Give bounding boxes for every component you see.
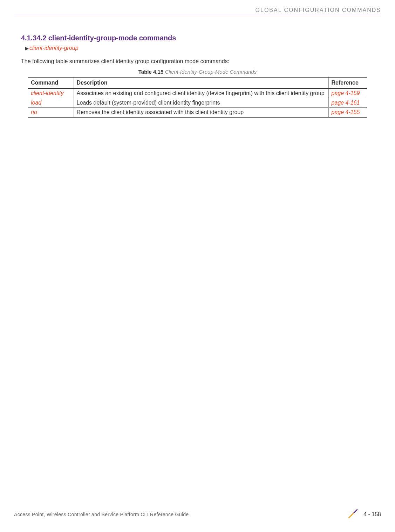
table-caption: Table 4.15 Client-Identity-Group-Mode Co… [21, 69, 374, 75]
command-description: Removes the client identity associated w… [74, 108, 328, 118]
content-area: 4.1.34.2 client-identity-group-mode comm… [0, 16, 395, 118]
command-link[interactable]: load [28, 98, 74, 108]
breadcrumb-link[interactable]: client-identity-group [29, 45, 79, 51]
reference-link[interactable]: page 4-159 [328, 88, 367, 98]
section-heading: 4.1.34.2 client-identity-group-mode comm… [21, 34, 374, 42]
command-description: Associates an existing and configured cl… [74, 88, 328, 98]
breadcrumb[interactable]: ▶client-identity-group [25, 45, 374, 51]
intro-paragraph: The following table summarizes client id… [21, 58, 374, 65]
commands-table: Command Description Reference client-ide… [28, 77, 367, 118]
col-header-command: Command [28, 77, 74, 88]
arrow-right-icon: ▶ [25, 46, 29, 51]
header-rule [14, 15, 381, 15]
page-number: 4 - 158 [363, 511, 381, 518]
svg-line-1 [349, 513, 354, 518]
table-caption-label: Table 4.15 [138, 69, 163, 75]
table-row: no Removes the client identity associate… [28, 108, 367, 118]
table-row: client-identity Associates an existing a… [28, 88, 367, 98]
col-header-description: Description [74, 77, 328, 88]
running-header: GLOBAL CONFIGURATION COMMANDS [0, 0, 395, 15]
command-description: Loads default (system-provided) client i… [74, 98, 328, 108]
table-header-row: Command Description Reference [28, 77, 367, 88]
reference-link[interactable]: page 4-155 [328, 108, 367, 118]
command-link[interactable]: client-identity [28, 88, 74, 98]
reference-link[interactable]: page 4-161 [328, 98, 367, 108]
page-footer: Access Point, Wireless Controller and Se… [0, 507, 395, 521]
brand-logo-icon [347, 507, 359, 521]
table-caption-title: Client-Identity-Group-Mode Commands [163, 69, 257, 75]
table-row: load Loads default (system-provided) cli… [28, 98, 367, 108]
command-link[interactable]: no [28, 108, 74, 118]
footer-guide-title: Access Point, Wireless Controller and Se… [14, 512, 189, 517]
col-header-reference: Reference [328, 77, 367, 88]
